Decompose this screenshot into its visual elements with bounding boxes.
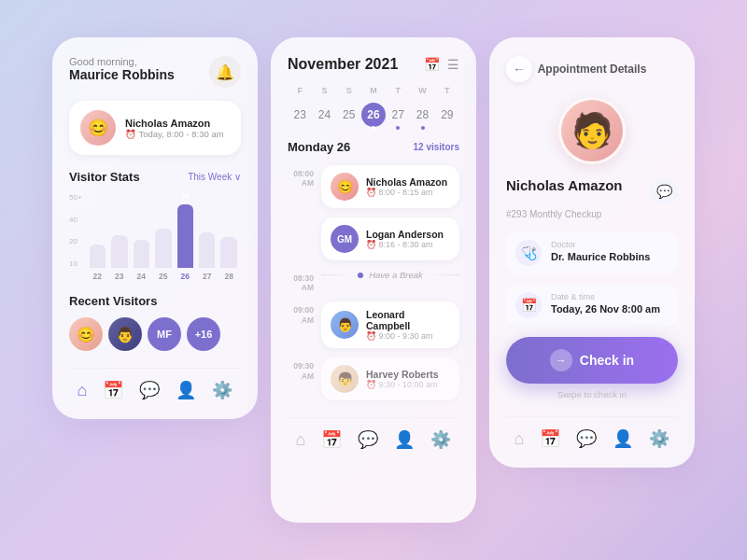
bar-25 [155, 229, 171, 268]
panel-appointment-details: ← Appointment Details 🧑 Nicholas Amazon … [489, 37, 695, 468]
x-23: 23 [111, 272, 127, 281]
appt-nicholas[interactable]: 😊 Nicholas Amazon ⏰ 8:00 - 8:15 am [321, 165, 459, 208]
next-visitor-card[interactable]: 😊 Nicholas Amazon ⏰ Today, 8:00 - 8:30 a… [69, 101, 241, 155]
patient-id: #293 Monthly Checkup [506, 209, 678, 219]
checkin-button[interactable]: → Check in [506, 337, 678, 384]
cal-date-23[interactable]: 23 [288, 103, 312, 127]
doctor-label: Doctor [551, 240, 650, 249]
stats-section-header: Visitor Stats This Week ∨ [69, 170, 241, 184]
nav-home-3[interactable]: ⌂ [514, 429, 525, 449]
checkin-label: Check in [580, 353, 634, 368]
x-24: 24 [134, 272, 149, 281]
calendar-header: November 2021 📅 ☰ [288, 56, 459, 73]
cal-date-24[interactable]: 24 [312, 103, 336, 127]
month-title: November 2021 [288, 56, 398, 73]
appt-name-logan: Logan Anderson [366, 229, 444, 240]
time-label-break: 08:30AM [288, 270, 314, 292]
timeline: 08:00AM 😊 Nicholas Amazon ⏰ 8:00 - 8:15 … [288, 165, 459, 400]
appt-info-logan: Logan Anderson ⏰ 8:16 - 8:30 am [366, 229, 444, 249]
datetime-value: Today, 26 Nov 8:00 am [551, 303, 660, 315]
y-label-20: 20 [69, 237, 82, 245]
calendar-icon-group: 📅 ☰ [424, 57, 459, 72]
list-icon-btn[interactable]: ☰ [447, 57, 459, 72]
nav-home-2[interactable]: ⌂ [296, 430, 306, 450]
nav-chat-1[interactable]: 💬 [139, 380, 160, 400]
notification-bell[interactable]: 🔔 [209, 56, 241, 88]
appt-avatar-harvey: 👦 [331, 365, 359, 393]
week-filter[interactable]: This Week ∨ [188, 172, 241, 182]
visitor-count: 12 visitors [414, 142, 459, 152]
recent-visitors-list: 😊 👨 MF +16 [69, 317, 241, 351]
cal-date-28[interactable]: 28 [411, 103, 435, 127]
nav-profile-2[interactable]: 👤 [394, 429, 415, 450]
back-button[interactable]: ← [506, 56, 532, 82]
chart-x-labels: 22 23 24 25 26 27 28 [86, 268, 241, 281]
recent-avatar-3[interactable]: MF [148, 317, 181, 351]
nav-settings-3[interactable]: ⚙️ [649, 428, 669, 449]
patient-name-row: Nicholas Amazon 💬 [506, 177, 678, 205]
nav-profile-3[interactable]: 👤 [613, 428, 633, 449]
nav-settings-2[interactable]: ⚙️ [430, 429, 451, 450]
nav-chat-3[interactable]: 💬 [576, 428, 597, 449]
appt-logan[interactable]: GM Logan Anderson ⏰ 8:16 - 8:30 am [321, 217, 459, 260]
patient-name: Nicholas Amazon [506, 177, 622, 193]
y-label-10: 10 [69, 259, 82, 268]
visitor-chart: 50+ 40 20 10 56 [69, 193, 241, 281]
appt-avatar-nicholas: 😊 [331, 173, 359, 201]
profile-pic-container: 🧑 [506, 97, 678, 164]
appt-harvey[interactable]: 👦 Harvey Roberts ⏰ 9:30 - 10:00 am [321, 357, 459, 400]
break-line-left [321, 274, 352, 275]
nav-profile-1[interactable]: 👤 [176, 380, 196, 400]
visitor-name: Nicholas Amazon [125, 118, 224, 129]
checkin-arrow-icon: → [550, 349, 572, 371]
bar-24 [134, 240, 149, 268]
time-slot-930: 09:30AM 👦 Harvey Roberts ⏰ 9:30 - 10:00 … [288, 357, 459, 400]
break-label: Have a Break [369, 270, 423, 280]
back-icon: ← [513, 62, 526, 77]
visitor-time: ⏰ Today, 8:00 - 8:30 am [125, 129, 224, 139]
datetime-icon: 📅 [515, 292, 542, 318]
time-slot-break: 08:30AM Have a Break [288, 270, 459, 292]
nav-settings-1[interactable]: ⚙️ [212, 380, 233, 400]
nav-calendar-3[interactable]: 📅 [540, 428, 560, 449]
appt-leonard[interactable]: 👨 Leonard Campbell ⏰ 9:00 - 9:30 am [321, 301, 459, 348]
nav-calendar-1[interactable]: 📅 [103, 380, 123, 400]
day-S2: S [337, 86, 361, 95]
bar-28 [220, 237, 236, 268]
user-name: Maurice Robbins [69, 67, 175, 82]
recent-avatar-more[interactable]: +16 [187, 317, 220, 351]
appt-time-leonard: ⏰ 9:00 - 9:30 am [366, 331, 450, 341]
day-T2: T [435, 86, 459, 95]
bottom-nav-2: ⌂ 📅 💬 👤 ⚙️ [288, 417, 459, 450]
bottom-nav-3: ⌂ 📅 💬 👤 ⚙️ [506, 416, 678, 449]
y-label-40: 40 [69, 216, 82, 224]
nav-chat-2[interactable]: 💬 [358, 429, 378, 450]
appointment-details-title: Appointment Details [538, 63, 647, 76]
appt-name-nicholas: Nicholas Amazon [366, 176, 447, 188]
nav-calendar-2[interactable]: 📅 [321, 429, 342, 450]
calendar-icon-btn[interactable]: 📅 [424, 57, 440, 72]
break-line-right [429, 274, 459, 275]
calendar-dates: 23 24 25 26 27 28 29 [288, 103, 459, 127]
appt-avatar-leonard: 👨 [331, 311, 359, 339]
time-slot-816: GM Logan Anderson ⏰ 8:16 - 8:30 am [288, 217, 459, 260]
doctor-detail-content: Doctor Dr. Maurice Robbins [551, 240, 650, 262]
chart-y-labels: 50+ 40 20 10 [69, 193, 82, 268]
day-T1: T [386, 86, 410, 95]
patient-profile-pic: 🧑 [558, 97, 626, 164]
cal-date-26[interactable]: 26 [361, 103, 386, 127]
cal-date-29[interactable]: 29 [435, 103, 459, 127]
x-28: 28 [220, 272, 236, 281]
visitor-stats-title: Visitor Stats [69, 170, 140, 184]
greeting-row: Good morning, Maurice Robbins 🔔 [69, 56, 241, 88]
x-27: 27 [199, 272, 215, 281]
appt-time-nicholas: ⏰ 8:00 - 8:15 am [366, 188, 447, 197]
cal-date-25[interactable]: 25 [337, 103, 361, 127]
cal-date-27[interactable]: 27 [386, 103, 410, 127]
chat-button[interactable]: 💬 [650, 177, 678, 205]
day-S1: S [312, 86, 336, 95]
recent-avatar-1[interactable]: 😊 [69, 317, 103, 351]
recent-avatar-2[interactable]: 👨 [108, 317, 142, 351]
break-dot [358, 273, 363, 278]
nav-home-1[interactable]: ⌂ [78, 381, 88, 400]
